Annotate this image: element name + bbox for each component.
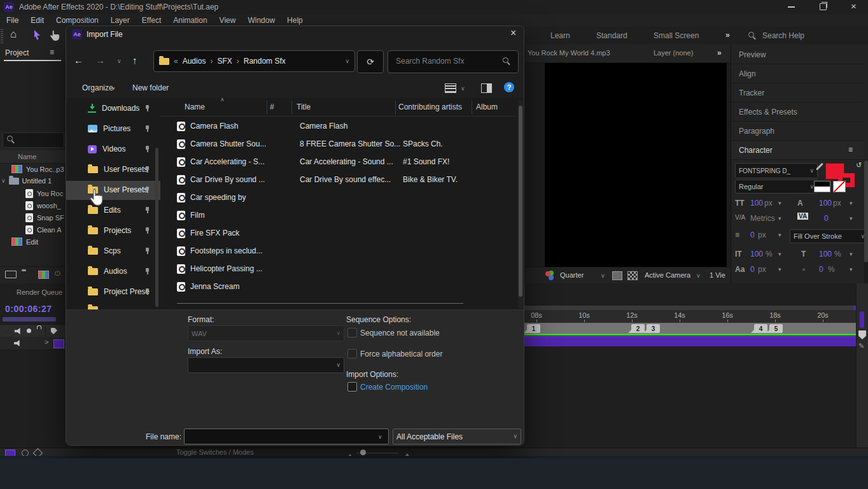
project-item-audio[interactable]: woosh_ bbox=[25, 201, 61, 210]
project-search-box[interactable] bbox=[3, 132, 64, 148]
sidebar-item-scps[interactable]: Scps bbox=[88, 246, 121, 255]
viewer-layer-tab[interactable]: Layer (none) bbox=[654, 49, 693, 57]
home-icon[interactable]: ⌂ bbox=[10, 28, 17, 41]
create-composition-label[interactable]: Create Composition bbox=[360, 383, 428, 392]
layer-color-chip[interactable] bbox=[53, 339, 64, 348]
back-icon[interactable]: ← bbox=[74, 55, 83, 66]
menu-composition[interactable]: Composition bbox=[56, 16, 99, 25]
chevron-down-icon[interactable]: ▾ bbox=[850, 267, 853, 273]
layer-row[interactable]: > bbox=[0, 337, 66, 350]
tsume-value[interactable]: 0 bbox=[819, 265, 823, 274]
new-composition-icon[interactable] bbox=[38, 271, 49, 279]
project-item-audio[interactable]: Snap SF bbox=[25, 213, 64, 222]
comp-marker-icon[interactable]: ✎ bbox=[858, 342, 864, 350]
minimize-button[interactable] bbox=[788, 6, 795, 8]
file-row[interactable]: Fire SFX Pack bbox=[177, 225, 517, 241]
transparency-grid-icon[interactable] bbox=[627, 271, 638, 280]
comp-marker[interactable]: 1 bbox=[527, 324, 540, 333]
leading-value[interactable]: 100 bbox=[819, 199, 832, 208]
channel-icon[interactable] bbox=[545, 271, 550, 276]
sequence-not-available-checkbox[interactable] bbox=[347, 328, 357, 337]
breadcrumb-bar[interactable]: « Audios › SFX › Random Sfx ∨ bbox=[153, 50, 355, 72]
comp-marker[interactable]: 5 bbox=[769, 324, 783, 333]
panel-header-character[interactable]: Character ≡ bbox=[731, 141, 864, 160]
menu-view[interactable]: View bbox=[220, 16, 236, 25]
file-name-input[interactable]: ∨ bbox=[184, 429, 389, 444]
file-row[interactable]: Car speeding by bbox=[177, 190, 517, 205]
sidebar-item-audios[interactable]: Audios bbox=[88, 267, 127, 276]
panel-header-paragraph[interactable]: Paragraph bbox=[731, 122, 864, 141]
project-item-comp[interactable]: You Roc..p3 bbox=[11, 165, 64, 173]
font-size-value[interactable]: 100 bbox=[750, 199, 763, 208]
font-style-select[interactable]: Regular∨ bbox=[735, 180, 818, 194]
workspace-tab-standard[interactable]: Standard bbox=[596, 31, 627, 40]
sidebar-item-projects[interactable]: Projects bbox=[88, 226, 131, 235]
column-artists[interactable]: Contributing artists bbox=[398, 103, 462, 111]
comp-marker[interactable]: 4 bbox=[754, 324, 767, 333]
column-name[interactable]: Name bbox=[185, 103, 205, 111]
panel-header-preview[interactable]: Preview bbox=[731, 46, 864, 64]
kerning-value[interactable]: Metrics bbox=[750, 214, 775, 223]
breadcrumb-dropdown-icon[interactable]: ∨ bbox=[345, 59, 349, 64]
sidebar-item-edits[interactable]: Edits bbox=[88, 206, 121, 215]
panel-scrollbar[interactable] bbox=[864, 159, 868, 283]
sidebar-item-user-presets[interactable]: User Presets bbox=[88, 165, 148, 174]
file-row[interactable]: Car Drive By sound ... Car Drive By soun… bbox=[177, 172, 517, 187]
chevron-down-icon[interactable]: ▾ bbox=[778, 216, 781, 222]
chevron-down-icon[interactable]: ∨ bbox=[1, 178, 6, 184]
sidebar-item-downloads[interactable]: Downloads bbox=[88, 104, 139, 113]
menu-effect[interactable]: Effect bbox=[142, 16, 161, 25]
menu-file[interactable]: File bbox=[6, 16, 18, 25]
view-list-icon[interactable] bbox=[445, 83, 456, 93]
swap-fill-stroke-icon[interactable]: ↺ bbox=[856, 161, 862, 169]
panel-menu-icon[interactable]: ≡ bbox=[848, 145, 853, 154]
menu-layer[interactable]: Layer bbox=[111, 16, 130, 25]
workspace-overflow-icon[interactable]: » bbox=[725, 31, 730, 39]
create-composition-checkbox[interactable] bbox=[347, 382, 357, 392]
column-divider[interactable] bbox=[267, 101, 267, 115]
column-album[interactable]: Album bbox=[476, 103, 498, 111]
menu-animation[interactable]: Animation bbox=[173, 16, 207, 25]
column-divider[interactable] bbox=[291, 101, 292, 115]
close-button[interactable]: × bbox=[851, 1, 857, 11]
panel-menu-icon[interactable]: ≡ bbox=[50, 48, 54, 57]
hand-tool-icon[interactable] bbox=[48, 29, 60, 41]
view-dropdown-icon[interactable]: ∨ bbox=[461, 86, 465, 92]
chevron-down-icon[interactable]: ∨ bbox=[378, 434, 382, 440]
solo-icon[interactable] bbox=[27, 329, 31, 333]
chevron-down-icon[interactable]: ▾ bbox=[850, 252, 853, 257]
camera-select[interactable]: Active Camera bbox=[645, 271, 690, 279]
comp-marker[interactable]: 2 bbox=[631, 324, 645, 333]
file-row[interactable]: Helicopter Passing ... bbox=[177, 261, 517, 276]
file-row[interactable]: Camera Flash Camera Flash bbox=[177, 118, 517, 134]
comp-marker[interactable]: 3 bbox=[647, 324, 660, 333]
project-item-folder[interactable]: ∨ Untitled 1 bbox=[1, 177, 52, 185]
new-folder-button[interactable]: New folder bbox=[132, 83, 169, 92]
layer-expander-icon[interactable]: > bbox=[45, 338, 48, 346]
project-name-header[interactable]: Name bbox=[0, 150, 66, 164]
forward-icon[interactable]: → bbox=[95, 55, 105, 66]
force-alphabetical-checkbox[interactable] bbox=[347, 349, 357, 358]
file-row[interactable]: Film bbox=[177, 208, 517, 223]
audio-icon[interactable] bbox=[15, 328, 22, 334]
sidebar-item-videos[interactable]: Videos bbox=[88, 145, 125, 153]
organize-dropdown-icon[interactable]: ▾ bbox=[112, 86, 115, 92]
up-icon[interactable]: ↑ bbox=[132, 55, 137, 66]
project-item-audio[interactable]: Clean A bbox=[25, 225, 62, 234]
dialog-titlebar[interactable]: Ae Import File × bbox=[66, 26, 524, 43]
tab-render-queue[interactable]: Render Queue bbox=[17, 288, 62, 296]
dialog-search-box[interactable]: Search Random Sfx bbox=[388, 50, 519, 73]
label-icon[interactable] bbox=[51, 328, 57, 334]
no-color-swatch[interactable] bbox=[833, 181, 846, 192]
vertical-scale-value[interactable]: 100 bbox=[750, 250, 763, 259]
zoom-slider-handle[interactable] bbox=[360, 450, 366, 455]
horizontal-scale-value[interactable]: 100 bbox=[819, 250, 832, 259]
import-as-select[interactable]: ∨ bbox=[188, 357, 344, 373]
menu-help[interactable]: Help bbox=[287, 16, 303, 25]
marker-well-icon[interactable] bbox=[858, 330, 866, 339]
panel-header-tracker[interactable]: Tracker bbox=[731, 84, 864, 103]
chevron-down-icon[interactable]: ▾ bbox=[778, 252, 781, 257]
preview-pane-icon[interactable] bbox=[481, 83, 492, 93]
dialog-close-icon[interactable]: × bbox=[510, 27, 516, 39]
file-type-select[interactable]: All Acceptable Files∨ bbox=[393, 429, 521, 444]
